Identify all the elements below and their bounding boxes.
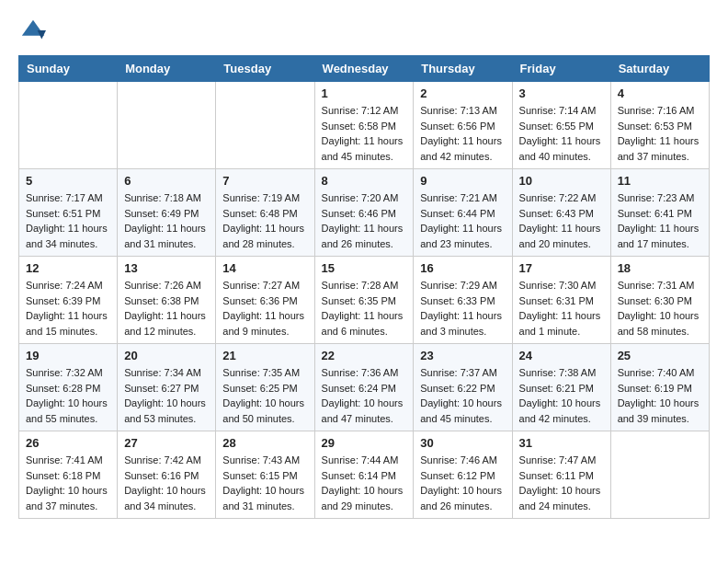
logo xyxy=(18,18,46,44)
day-info: Sunrise: 7:44 AMSunset: 6:14 PMDaylight:… xyxy=(322,453,407,513)
day-number: 29 xyxy=(322,436,407,450)
day-number: 6 xyxy=(124,174,209,188)
day-info: Sunrise: 7:14 AMSunset: 6:55 PMDaylight:… xyxy=(519,103,604,164)
day-number: 7 xyxy=(222,174,307,188)
header xyxy=(18,18,710,44)
day-info: Sunrise: 7:34 AMSunset: 6:27 PMDaylight:… xyxy=(124,365,209,426)
calendar-cell: 3Sunrise: 7:14 AMSunset: 6:55 PMDaylight… xyxy=(512,82,610,169)
calendar-cell: 19Sunrise: 7:32 AMSunset: 6:28 PMDayligh… xyxy=(19,344,118,431)
day-info: Sunrise: 7:42 AMSunset: 6:16 PMDaylight:… xyxy=(124,453,209,513)
calendar-week-row: 1Sunrise: 7:12 AMSunset: 6:58 PMDaylight… xyxy=(19,82,710,169)
day-number: 30 xyxy=(420,436,505,450)
day-number: 17 xyxy=(519,261,604,275)
day-info: Sunrise: 7:37 AMSunset: 6:22 PMDaylight:… xyxy=(420,365,505,426)
day-info: Sunrise: 7:38 AMSunset: 6:21 PMDaylight:… xyxy=(519,365,604,426)
day-info: Sunrise: 7:36 AMSunset: 6:24 PMDaylight:… xyxy=(322,365,407,426)
day-number: 27 xyxy=(124,436,209,450)
calendar-cell: 23Sunrise: 7:37 AMSunset: 6:22 PMDayligh… xyxy=(414,344,512,431)
calendar-cell: 30Sunrise: 7:46 AMSunset: 6:12 PMDayligh… xyxy=(414,431,512,519)
day-number: 3 xyxy=(519,86,604,100)
day-info: Sunrise: 7:18 AMSunset: 6:49 PMDaylight:… xyxy=(124,190,209,251)
day-info: Sunrise: 7:27 AMSunset: 6:36 PMDaylight:… xyxy=(222,278,307,339)
calendar-cell: 24Sunrise: 7:38 AMSunset: 6:21 PMDayligh… xyxy=(512,344,610,431)
day-number: 4 xyxy=(618,86,702,100)
day-number: 14 xyxy=(222,261,307,275)
calendar-header-wednesday: Wednesday xyxy=(314,56,414,82)
day-info: Sunrise: 7:12 AMSunset: 6:58 PMDaylight:… xyxy=(322,103,407,164)
calendar-cell: 5Sunrise: 7:17 AMSunset: 6:51 PMDaylight… xyxy=(19,169,118,257)
calendar-cell xyxy=(610,431,709,519)
day-info: Sunrise: 7:28 AMSunset: 6:35 PMDaylight:… xyxy=(322,278,407,339)
day-number: 21 xyxy=(222,349,307,362)
calendar-cell: 26Sunrise: 7:41 AMSunset: 6:18 PMDayligh… xyxy=(19,431,118,519)
calendar-cell: 8Sunrise: 7:20 AMSunset: 6:46 PMDaylight… xyxy=(314,169,414,257)
day-number: 28 xyxy=(222,436,307,450)
calendar-header-row: SundayMondayTuesdayWednesdayThursdayFrid… xyxy=(19,56,710,82)
day-info: Sunrise: 7:16 AMSunset: 6:53 PMDaylight:… xyxy=(618,103,702,164)
day-number: 2 xyxy=(420,86,505,100)
calendar-cell: 14Sunrise: 7:27 AMSunset: 6:36 PMDayligh… xyxy=(216,257,314,344)
day-info: Sunrise: 7:46 AMSunset: 6:12 PMDaylight:… xyxy=(420,453,505,513)
day-number: 25 xyxy=(618,349,702,362)
day-number: 8 xyxy=(322,174,407,188)
day-number: 1 xyxy=(322,86,407,100)
calendar-cell: 31Sunrise: 7:47 AMSunset: 6:11 PMDayligh… xyxy=(512,431,610,519)
day-number: 24 xyxy=(519,349,604,362)
day-number: 10 xyxy=(519,174,604,188)
day-info: Sunrise: 7:30 AMSunset: 6:31 PMDaylight:… xyxy=(519,278,604,339)
calendar-cell: 20Sunrise: 7:34 AMSunset: 6:27 PMDayligh… xyxy=(118,344,216,431)
calendar-header-tuesday: Tuesday xyxy=(216,56,314,82)
calendar-cell: 7Sunrise: 7:19 AMSunset: 6:48 PMDaylight… xyxy=(216,169,314,257)
calendar-cell: 17Sunrise: 7:30 AMSunset: 6:31 PMDayligh… xyxy=(512,257,610,344)
day-info: Sunrise: 7:40 AMSunset: 6:19 PMDaylight:… xyxy=(618,365,702,426)
day-number: 16 xyxy=(420,261,505,275)
day-number: 20 xyxy=(124,349,209,362)
calendar-cell: 2Sunrise: 7:13 AMSunset: 6:56 PMDaylight… xyxy=(414,82,512,169)
day-number: 31 xyxy=(519,436,604,450)
calendar-table: SundayMondayTuesdayWednesdayThursdayFrid… xyxy=(18,55,710,519)
calendar-cell xyxy=(118,82,216,169)
calendar-header-sunday: Sunday xyxy=(19,56,118,82)
calendar-cell: 22Sunrise: 7:36 AMSunset: 6:24 PMDayligh… xyxy=(314,344,414,431)
calendar-cell: 1Sunrise: 7:12 AMSunset: 6:58 PMDaylight… xyxy=(314,82,414,169)
calendar-cell: 28Sunrise: 7:43 AMSunset: 6:15 PMDayligh… xyxy=(216,431,314,519)
calendar-header-saturday: Saturday xyxy=(610,56,709,82)
day-info: Sunrise: 7:31 AMSunset: 6:30 PMDaylight:… xyxy=(618,278,702,339)
calendar-cell xyxy=(216,82,314,169)
day-number: 9 xyxy=(420,174,505,188)
calendar-cell: 4Sunrise: 7:16 AMSunset: 6:53 PMDaylight… xyxy=(610,82,709,169)
day-info: Sunrise: 7:32 AMSunset: 6:28 PMDaylight:… xyxy=(26,365,110,426)
day-info: Sunrise: 7:41 AMSunset: 6:18 PMDaylight:… xyxy=(26,453,110,513)
calendar-cell: 6Sunrise: 7:18 AMSunset: 6:49 PMDaylight… xyxy=(118,169,216,257)
calendar-cell: 16Sunrise: 7:29 AMSunset: 6:33 PMDayligh… xyxy=(414,257,512,344)
day-number: 26 xyxy=(26,436,110,450)
day-info: Sunrise: 7:29 AMSunset: 6:33 PMDaylight:… xyxy=(420,278,505,339)
day-info: Sunrise: 7:43 AMSunset: 6:15 PMDaylight:… xyxy=(222,453,307,513)
calendar-cell: 25Sunrise: 7:40 AMSunset: 6:19 PMDayligh… xyxy=(610,344,709,431)
day-info: Sunrise: 7:17 AMSunset: 6:51 PMDaylight:… xyxy=(26,190,110,251)
day-number: 15 xyxy=(322,261,407,275)
calendar-cell: 11Sunrise: 7:23 AMSunset: 6:41 PMDayligh… xyxy=(610,169,709,257)
day-info: Sunrise: 7:13 AMSunset: 6:56 PMDaylight:… xyxy=(420,103,505,164)
day-number: 11 xyxy=(618,174,702,188)
calendar-header-thursday: Thursday xyxy=(414,56,512,82)
day-number: 18 xyxy=(618,261,702,275)
calendar-cell: 27Sunrise: 7:42 AMSunset: 6:16 PMDayligh… xyxy=(118,431,216,519)
day-info: Sunrise: 7:26 AMSunset: 6:38 PMDaylight:… xyxy=(124,278,209,339)
calendar-cell: 9Sunrise: 7:21 AMSunset: 6:44 PMDaylight… xyxy=(414,169,512,257)
day-info: Sunrise: 7:19 AMSunset: 6:48 PMDaylight:… xyxy=(222,190,307,251)
calendar-cell: 10Sunrise: 7:22 AMSunset: 6:43 PMDayligh… xyxy=(512,169,610,257)
day-number: 13 xyxy=(124,261,209,275)
calendar-header-friday: Friday xyxy=(512,56,610,82)
calendar-cell: 18Sunrise: 7:31 AMSunset: 6:30 PMDayligh… xyxy=(610,257,709,344)
calendar-cell: 13Sunrise: 7:26 AMSunset: 6:38 PMDayligh… xyxy=(118,257,216,344)
calendar-week-row: 19Sunrise: 7:32 AMSunset: 6:28 PMDayligh… xyxy=(19,344,710,431)
calendar-header-monday: Monday xyxy=(118,56,216,82)
day-info: Sunrise: 7:20 AMSunset: 6:46 PMDaylight:… xyxy=(322,190,407,251)
calendar-cell: 12Sunrise: 7:24 AMSunset: 6:39 PMDayligh… xyxy=(19,257,118,344)
calendar-cell: 21Sunrise: 7:35 AMSunset: 6:25 PMDayligh… xyxy=(216,344,314,431)
day-info: Sunrise: 7:23 AMSunset: 6:41 PMDaylight:… xyxy=(618,190,702,251)
calendar-cell: 29Sunrise: 7:44 AMSunset: 6:14 PMDayligh… xyxy=(314,431,414,519)
calendar-cell xyxy=(19,82,118,169)
day-number: 12 xyxy=(26,261,110,275)
